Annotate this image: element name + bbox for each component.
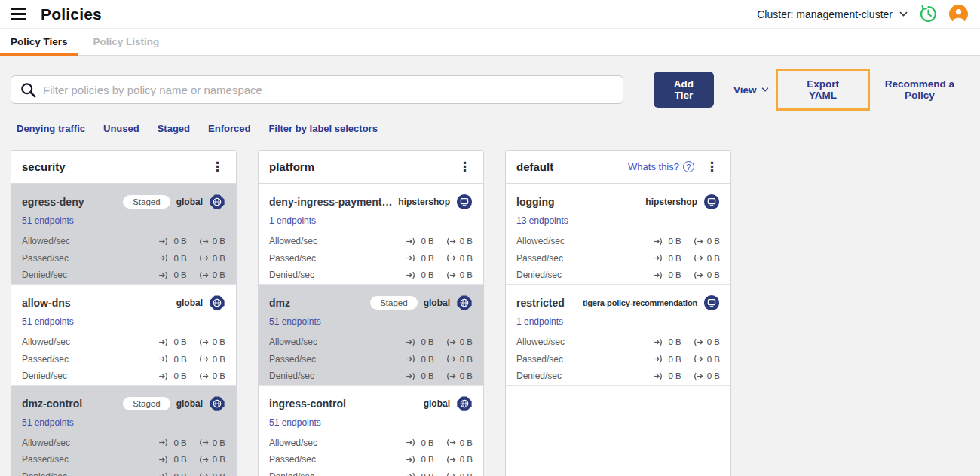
history-button[interactable] — [919, 5, 938, 23]
namespace-icon — [456, 194, 473, 210]
endpoints-link[interactable]: 51 endpoints — [269, 316, 321, 327]
cluster-selector[interactable]: Cluster: management-cluster — [757, 8, 908, 20]
metric-label: Denied/sec — [22, 270, 67, 280]
egress-metric: 0 B — [445, 254, 473, 263]
egress-icon — [692, 355, 703, 363]
ingress-icon — [406, 254, 417, 262]
metric-row: Passed/sec 0 B — [22, 451, 225, 468]
ingress-value: 0 B — [421, 455, 433, 464]
ingress-metric: 0 B — [653, 236, 681, 246]
metric-label: Allowed/sec — [269, 438, 317, 448]
recommend-policy-button[interactable]: Recommend a Policy — [877, 78, 963, 101]
tab-policy-tiers[interactable]: Policy Tiers — [0, 29, 78, 55]
tier-kebab-menu-icon[interactable]: ⋮ — [703, 159, 721, 175]
filter-unused[interactable]: Unused — [103, 123, 139, 134]
tab-policy-listing[interactable]: Policy Listing — [83, 29, 170, 55]
ingress-value: 0 B — [173, 472, 186, 476]
egress-icon — [692, 271, 703, 279]
filter-enforced[interactable]: Enforced — [208, 123, 250, 134]
export-yaml-button[interactable]: Export YAML — [796, 78, 849, 101]
header-actions: Cluster: management-cluster — [757, 5, 968, 23]
ingress-icon — [158, 472, 170, 476]
ingress-icon — [158, 372, 170, 380]
metric-row: Allowed/sec 0 B — [269, 334, 473, 351]
ingress-metric: 0 B — [653, 254, 681, 263]
egress-metric: 0 B — [692, 254, 720, 263]
metric-label: Passed/sec — [22, 253, 69, 264]
endpoints-link[interactable]: 51 endpoints — [269, 417, 321, 428]
ingress-icon — [158, 355, 170, 363]
policy-card[interactable]: egress-deny Staged global 51 endpoints A… — [11, 184, 236, 284]
tier-policy-list: logging hipstershop 13 endpoints Allowed… — [506, 184, 730, 385]
policy-card[interactable]: logging hipstershop 13 endpoints Allowed… — [506, 184, 730, 284]
egress-icon — [198, 338, 209, 346]
metric-label: Passed/sec — [516, 354, 563, 365]
policy-name: deny-ingress-paymentservi… — [269, 196, 394, 208]
egress-icon — [445, 456, 456, 464]
ingress-metric: 0 B — [406, 472, 433, 476]
policy-name: egress-deny — [22, 196, 84, 208]
endpoints-link[interactable]: 51 endpoints — [22, 316, 74, 327]
egress-value: 0 B — [707, 254, 720, 263]
endpoints-link[interactable]: 13 endpoints — [516, 215, 568, 226]
add-tier-button[interactable]: Add Tier — [654, 72, 714, 108]
global-scope-icon — [209, 294, 225, 311]
endpoints-link[interactable]: 51 endpoints — [22, 215, 74, 226]
tier-column: default Whats this? ? ⋮ logging hipsters… — [505, 150, 731, 476]
tier-column: platform ⋮ deny-ingress-paymentservi… hi… — [258, 150, 484, 476]
ingress-metric: 0 B — [653, 371, 681, 380]
policy-scope: global — [176, 298, 203, 308]
ingress-icon — [406, 271, 417, 279]
tier-kebab-menu-icon[interactable]: ⋮ — [455, 159, 474, 175]
policy-scope: global — [424, 398, 450, 409]
egress-value: 0 B — [213, 254, 225, 263]
egress-icon — [445, 338, 456, 346]
metric-row: Passed/sec 0 B — [22, 250, 225, 267]
policy-card[interactable]: dmz Staged global 51 endpoints Allowed/s… — [259, 284, 483, 385]
ingress-icon — [653, 271, 664, 279]
egress-metric: 0 B — [692, 337, 720, 346]
metric-row: Allowed/sec 0 B — [269, 233, 473, 250]
ingress-icon — [158, 438, 170, 447]
ingress-metric: 0 B — [158, 236, 186, 246]
filter-staged[interactable]: Staged — [158, 123, 190, 134]
metrics: Allowed/sec 0 B — [22, 334, 225, 385]
policy-filter-input[interactable] — [43, 84, 614, 96]
ingress-icon — [158, 271, 170, 279]
egress-metric: 0 B — [445, 337, 473, 346]
metric-label: Passed/sec — [269, 454, 316, 465]
policy-card[interactable]: deny-ingress-paymentservi… hipstershop 1… — [259, 184, 483, 284]
egress-value: 0 B — [213, 472, 225, 476]
metric-row: Allowed/sec 0 B — [269, 435, 473, 452]
metric-label: Allowed/sec — [22, 438, 70, 448]
metric-label: Denied/sec — [516, 270, 562, 280]
history-icon — [919, 5, 938, 23]
metric-row: Passed/sec 0 B — [516, 250, 720, 267]
endpoints-link[interactable]: 51 endpoints — [22, 417, 74, 428]
endpoints-link[interactable]: 1 endpoints — [516, 316, 563, 327]
egress-value: 0 B — [213, 236, 225, 246]
hamburger-menu-icon[interactable] — [11, 8, 26, 20]
ingress-value: 0 B — [173, 355, 186, 364]
policy-scope: global — [176, 398, 203, 409]
tier-help-link[interactable]: Whats this? ? — [628, 161, 694, 172]
policy-card[interactable]: allow-dns global 51 endpoints Allowed/se… — [11, 284, 236, 385]
tier-name: default — [516, 160, 553, 173]
policy-card[interactable]: restricted tigera-policy-recommendation … — [506, 284, 730, 385]
egress-icon — [198, 438, 209, 447]
ingress-metric: 0 B — [158, 472, 186, 476]
policy-card[interactable]: dmz-control Staged global 51 endpoints A… — [11, 385, 236, 476]
filter-by-label-selectors[interactable]: Filter by label selectors — [268, 123, 378, 134]
user-avatar[interactable] — [949, 5, 968, 23]
egress-metric: 0 B — [692, 236, 720, 246]
ingress-icon — [406, 355, 417, 363]
policy-card[interactable]: ingress-control global 51 endpoints Allo… — [259, 385, 483, 476]
endpoints-link[interactable]: 1 endpoints — [269, 215, 316, 226]
metric-label: Passed/sec — [22, 454, 69, 465]
view-dropdown[interactable]: View — [733, 84, 770, 96]
tier-kebab-menu-icon[interactable]: ⋮ — [208, 159, 227, 175]
egress-metric: 0 B — [445, 438, 473, 447]
filter-denying-traffic[interactable]: Denying traffic — [17, 123, 85, 134]
ingress-metric: 0 B — [158, 371, 186, 380]
ingress-value: 0 B — [668, 337, 681, 346]
